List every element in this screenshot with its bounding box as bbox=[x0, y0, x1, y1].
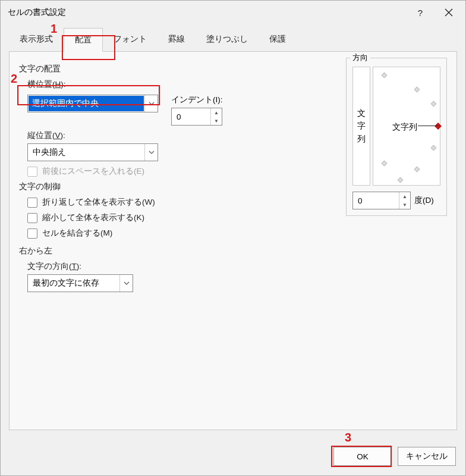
tab-fill[interactable]: 塗りつぶし bbox=[196, 28, 259, 51]
rtl-group-label: 右から左 bbox=[19, 246, 335, 256]
dialog-body: 1 表示形式 配置 フォント 罫線 塗りつぶし 保護 2 文字の配置 横位置(H… bbox=[1, 24, 465, 475]
titlebar: セルの書式設定 ? bbox=[1, 1, 465, 24]
degree-down-button[interactable]: ▼ bbox=[399, 201, 410, 209]
chevron-down-icon bbox=[119, 275, 133, 292]
chevron-down-icon bbox=[144, 95, 158, 112]
format-cells-dialog: セルの書式設定 ? 1 表示形式 配置 フォント 罫線 塗りつぶし 保護 2 文… bbox=[0, 0, 466, 476]
horizontal-alignment-select[interactable]: 選択範囲内で中央 bbox=[27, 95, 158, 112]
window-title: セルの書式設定 bbox=[8, 7, 406, 18]
tab-border[interactable]: 罫線 bbox=[158, 28, 196, 51]
wrap-text-checkbox[interactable]: 折り返して全体を表示する(W) bbox=[27, 197, 335, 208]
checkbox-icon bbox=[27, 213, 37, 223]
horizontal-alignment-value: 選択範囲内で中央 bbox=[29, 96, 144, 111]
degree-value: 0 bbox=[353, 196, 399, 205]
vertical-label: 縦位置(V): bbox=[27, 130, 335, 141]
checkbox-icon bbox=[27, 167, 37, 177]
horizontal-label: 横位置(H): bbox=[27, 79, 335, 90]
vertical-text-button[interactable]: 文 字 列 bbox=[352, 67, 370, 186]
indent-up-button[interactable]: ▲ bbox=[211, 108, 222, 117]
degree-up-button[interactable]: ▲ bbox=[399, 192, 410, 201]
distributed-space-checkbox: 前後にスペースを入れる(E) bbox=[27, 166, 335, 177]
orientation-dial-label: 文字列 bbox=[392, 122, 417, 133]
annotation-marker-3: 3 bbox=[345, 431, 351, 444]
checkbox-icon bbox=[27, 228, 37, 239]
text-alignment-group-label: 文字の配置 bbox=[19, 64, 335, 74]
tab-strip: 表示形式 配置 フォント 罫線 塗りつぶし 保護 bbox=[9, 28, 457, 52]
tab-font[interactable]: フォント bbox=[103, 28, 158, 51]
orientation-dial[interactable]: 文字列 bbox=[373, 67, 440, 186]
indent-value: 0 bbox=[172, 112, 210, 121]
tab-alignment[interactable]: 配置 bbox=[64, 28, 103, 52]
text-direction-value: 最初の文字に依存 bbox=[28, 278, 119, 289]
shrink-to-fit-checkbox[interactable]: 縮小して全体を表示する(K) bbox=[27, 212, 335, 223]
degree-spinner[interactable]: 0 ▲ ▼ bbox=[352, 192, 411, 209]
text-direction-label: 文字の方向(T): bbox=[27, 261, 335, 272]
annotation-marker-1: 1 bbox=[51, 22, 57, 36]
indent-down-button[interactable]: ▼ bbox=[211, 117, 222, 125]
checkbox-icon bbox=[27, 198, 37, 208]
tab-protection[interactable]: 保護 bbox=[259, 28, 297, 51]
indent-label: インデント(I): bbox=[171, 95, 223, 105]
close-button[interactable] bbox=[434, 1, 463, 24]
vertical-alignment-select[interactable]: 中央揃え bbox=[27, 143, 158, 161]
orientation-group-label: 方向 bbox=[350, 52, 370, 63]
text-control-group-label: 文字の制御 bbox=[19, 181, 335, 192]
annotation-marker-2: 2 bbox=[11, 72, 17, 86]
merge-cells-checkbox[interactable]: セルを結合する(M) bbox=[27, 228, 335, 239]
orientation-group: 方向 文 字 列 bbox=[346, 58, 447, 216]
indent-spinner[interactable]: 0 ▲ ▼ bbox=[171, 108, 222, 126]
ok-button[interactable]: OK bbox=[333, 447, 392, 466]
vertical-alignment-value: 中央揃え bbox=[28, 147, 144, 158]
chevron-down-icon bbox=[144, 144, 158, 161]
help-button[interactable]: ? bbox=[406, 1, 434, 24]
text-direction-select[interactable]: 最初の文字に依存 bbox=[27, 274, 133, 292]
tab-panel-alignment: 2 文字の配置 横位置(H): 選択範囲内で中央 bbox=[9, 52, 457, 430]
cancel-button[interactable]: キャンセル bbox=[398, 447, 456, 466]
degree-label: 度(D) bbox=[414, 195, 434, 206]
